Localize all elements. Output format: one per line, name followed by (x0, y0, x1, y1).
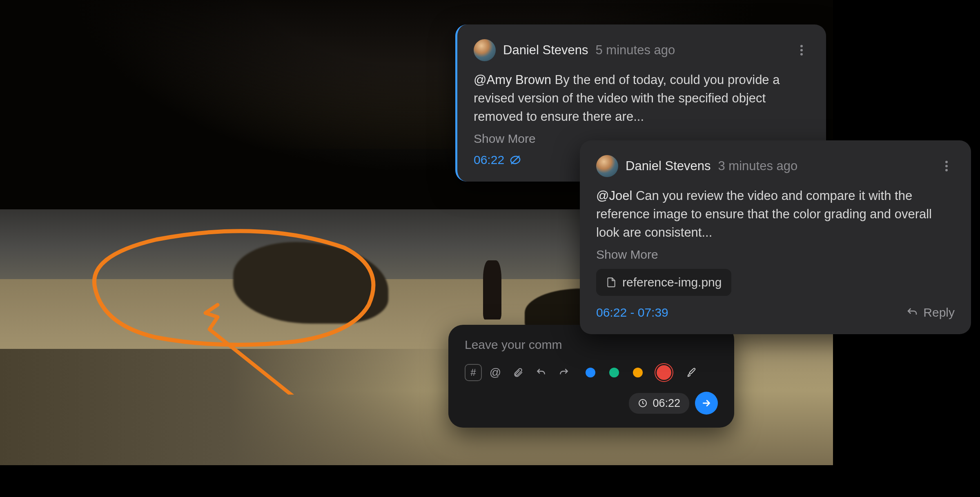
clock-icon (638, 398, 648, 408)
reply-button[interactable]: Reply (906, 306, 955, 320)
author-name: Daniel Stevens (626, 159, 711, 173)
comment-card[interactable]: Daniel Stevens 3 minutes ago @Joel Can y… (580, 140, 971, 334)
comment-header: Daniel Stevens 3 minutes ago (596, 155, 955, 177)
avatar[interactable] (596, 155, 618, 177)
file-icon (606, 277, 617, 288)
show-more-button[interactable]: Show More (596, 248, 658, 262)
more-options-button[interactable] (938, 158, 955, 174)
comment-input[interactable]: Leave your comm (465, 338, 718, 352)
more-options-button[interactable] (793, 42, 810, 58)
more-vertical-icon (945, 160, 948, 172)
reply-label: Reply (923, 306, 955, 320)
input-bottom-row: 06:22 (465, 392, 718, 415)
relative-timestamp: 3 minutes ago (718, 159, 798, 173)
mention[interactable]: @Amy Brown (474, 73, 551, 87)
timecode-value: 06:22 (653, 397, 680, 410)
scribble-icon (509, 154, 521, 166)
relative-timestamp: 5 minutes ago (596, 43, 675, 58)
comment-input-panel: Leave your comm # @ (448, 325, 734, 428)
send-button[interactable] (695, 392, 718, 415)
comment-text: Can you review the video and compare it … (596, 189, 932, 240)
svg-point-0 (800, 45, 803, 47)
undo-icon (536, 367, 546, 378)
svg-point-1 (800, 49, 803, 51)
arrow-right-icon (701, 398, 712, 408)
avatar[interactable] (474, 39, 496, 61)
mention[interactable]: @Joel (596, 189, 632, 203)
timecode-link[interactable]: 06:22 (474, 153, 521, 167)
brush-button[interactable] (682, 363, 701, 382)
show-more-button[interactable]: Show More (474, 132, 536, 146)
more-vertical-icon (800, 44, 803, 56)
comment-body: @Amy Brown By the end of today, could yo… (474, 71, 810, 126)
comment-footer: 06:22 - 07:39 Reply (596, 306, 955, 320)
color-teal[interactable] (609, 368, 619, 377)
person-silhouette (483, 260, 501, 320)
svg-point-6 (945, 165, 948, 167)
timecode-pill[interactable]: 06:22 (629, 393, 689, 414)
mention-button[interactable]: @ (486, 363, 505, 382)
color-orange[interactable] (633, 368, 643, 377)
color-red[interactable] (657, 365, 671, 380)
color-blue[interactable] (586, 368, 595, 377)
author-name: Daniel Stevens (503, 43, 588, 58)
redo-icon (559, 367, 569, 378)
svg-point-7 (945, 169, 948, 171)
comment-toolbar: # @ (465, 363, 718, 382)
reply-icon (906, 306, 918, 319)
beach-shadow (0, 349, 458, 465)
comment-header: Daniel Stevens 5 minutes ago (474, 39, 810, 61)
attachment-chip[interactable]: reference-img.png (596, 269, 731, 296)
hashtag-button[interactable]: # (465, 364, 482, 381)
redo-button[interactable] (555, 363, 573, 382)
comment-body: @Joel Can you review the video and compa… (596, 187, 955, 242)
timecode-text: 06:22 - 07:39 (596, 306, 668, 320)
undo-button[interactable] (532, 363, 550, 382)
attach-button[interactable] (509, 363, 528, 382)
svg-point-5 (945, 161, 948, 163)
paperclip-icon (513, 367, 523, 378)
attachment-filename: reference-img.png (622, 275, 722, 289)
svg-point-2 (800, 53, 803, 55)
timecode-link[interactable]: 06:22 - 07:39 (596, 306, 668, 320)
brush-icon (686, 367, 697, 378)
timecode-text: 06:22 (474, 153, 504, 167)
